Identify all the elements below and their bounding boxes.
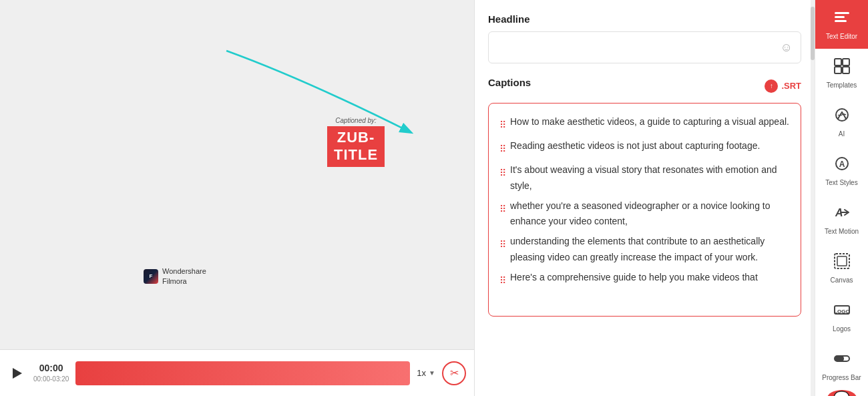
caption-line-1[interactable]: ⠿ How to make aesthetic videos, a guide … bbox=[499, 114, 790, 134]
emoji-button[interactable]: ☺ bbox=[781, 41, 793, 55]
caption-text-4: whether you're a seasoned videographer o… bbox=[510, 198, 790, 230]
headline-input[interactable] bbox=[497, 42, 781, 53]
sidebar-item-text-styles[interactable]: A Text Styles bbox=[815, 146, 868, 195]
caption-text-6: Here's a comprehensive guide to help you… bbox=[510, 270, 758, 286]
headline-input-wrap[interactable]: ☺ bbox=[488, 31, 801, 63]
drag-handle-3[interactable]: ⠿ bbox=[499, 164, 505, 182]
speed-dropdown-arrow: ▼ bbox=[429, 369, 435, 377]
svg-rect-1 bbox=[835, 12, 849, 14]
zub-title-badge: ZUB- TITLE bbox=[327, 126, 385, 167]
captions-label: Captions bbox=[488, 77, 531, 88]
caption-text-1: How to make aesthetic videos, a guide to… bbox=[510, 114, 789, 130]
sidebar-item-logos[interactable]: LOGO Logos bbox=[815, 292, 868, 341]
logos-label: Logos bbox=[833, 325, 851, 333]
svg-rect-7 bbox=[843, 67, 849, 73]
caption-text-5: understanding the elements that contribu… bbox=[510, 234, 790, 266]
progress-track[interactable] bbox=[75, 361, 410, 385]
svg-rect-5 bbox=[843, 59, 849, 65]
ai-label: AI bbox=[839, 130, 845, 138]
svg-rect-4 bbox=[835, 59, 841, 65]
play-icon bbox=[13, 368, 22, 379]
sidebar-item-text-motion[interactable]: A Text Motion bbox=[815, 195, 868, 244]
chat-icon: 💬 bbox=[833, 390, 850, 396]
panel-content: Headline ☺ Captions ↑ .SRT ⠿ How to make… bbox=[475, 0, 815, 396]
right-sidebar: Text Editor Templates AI bbox=[815, 0, 868, 396]
canvas-label: Canvas bbox=[831, 276, 853, 284]
preview-area: Captioned by: ZUB- TITLE F WondershareFi… bbox=[0, 0, 474, 396]
svg-rect-2 bbox=[835, 16, 845, 18]
time-display: 00:00 00:00-03:20 bbox=[33, 362, 69, 385]
drag-handle-2[interactable]: ⠿ bbox=[499, 140, 505, 158]
text-editor-panel: Headline ☺ Captions ↑ .SRT ⠿ How to make… bbox=[474, 0, 815, 396]
sidebar-item-progress-bar[interactable]: Progress Bar bbox=[815, 341, 868, 390]
svg-rect-14 bbox=[837, 256, 847, 266]
play-button[interactable] bbox=[8, 364, 27, 383]
caption-line-3[interactable]: ⠿ It's about weaving a visual story that… bbox=[499, 162, 790, 194]
text-motion-icon: A bbox=[833, 203, 851, 224]
canvas-icon bbox=[833, 252, 851, 273]
svg-rect-3 bbox=[835, 20, 847, 22]
sidebar-item-templates[interactable]: Templates bbox=[815, 49, 868, 97]
templates-icon bbox=[833, 57, 851, 78]
watermark-text: WondershareFilmora bbox=[162, 266, 206, 286]
sidebar-item-text-editor[interactable]: Text Editor bbox=[815, 0, 868, 49]
caption-line-6[interactable]: ⠿ Here's a comprehensive guide to help y… bbox=[499, 270, 790, 290]
caption-line-4[interactable]: ⠿ whether you're a seasoned videographer… bbox=[499, 198, 790, 230]
ai-icon bbox=[833, 106, 851, 127]
drag-handle-1[interactable]: ⠿ bbox=[499, 116, 505, 134]
drag-handle-4[interactable]: ⠿ bbox=[499, 200, 505, 218]
caption-line-5[interactable]: ⠿ understanding the elements that contri… bbox=[499, 234, 790, 266]
captioned-by-label: Captioned by: bbox=[327, 117, 385, 124]
headline-label: Headline bbox=[488, 13, 801, 25]
captions-header: Captions ↑ .SRT bbox=[488, 77, 801, 95]
sidebar-item-ai[interactable]: AI bbox=[815, 97, 868, 146]
sidebar-item-canvas[interactable]: Canvas bbox=[815, 244, 868, 292]
text-editor-icon bbox=[833, 8, 851, 29]
scrollbar-thumb[interactable] bbox=[811, 7, 815, 60]
scrollbar-track[interactable] bbox=[811, 0, 815, 396]
srt-button[interactable]: ↑ .SRT bbox=[765, 79, 801, 93]
canvas: Captioned by: ZUB- TITLE F WondershareFi… bbox=[0, 0, 474, 349]
svg-rect-18 bbox=[835, 356, 844, 361]
text-motion-label: Text Motion bbox=[825, 227, 859, 236]
chat-button[interactable]: 💬 bbox=[827, 390, 857, 396]
progress-bar-label: Progress Bar bbox=[822, 373, 861, 382]
srt-upload-icon: ↑ bbox=[765, 79, 778, 93]
playback-bar: 00:00 00:00-03:20 1x ▼ ✂ bbox=[0, 349, 474, 396]
svg-text:A: A bbox=[839, 160, 845, 169]
logos-icon: LOGO bbox=[833, 301, 851, 322]
caption-line-2[interactable]: ⠿ Reading aesthetic videos is not just a… bbox=[499, 138, 790, 158]
drag-handle-6[interactable]: ⠿ bbox=[499, 271, 505, 290]
caption-text-2: Reading aesthetic videos is not just abo… bbox=[510, 138, 760, 154]
caption-text-3: It's about weaving a visual story that r… bbox=[510, 162, 790, 194]
filmora-icon: F bbox=[144, 269, 158, 284]
svg-rect-6 bbox=[835, 67, 841, 73]
subtitle-card: Captioned by: ZUB- TITLE bbox=[327, 117, 385, 167]
text-styles-icon: A bbox=[833, 154, 851, 176]
speed-control[interactable]: 1x ▼ bbox=[417, 368, 435, 378]
captions-box[interactable]: ⠿ How to make aesthetic videos, a guide … bbox=[488, 103, 801, 317]
svg-text:LOGO: LOGO bbox=[834, 309, 850, 315]
templates-label: Templates bbox=[827, 81, 857, 89]
progress-bar-icon bbox=[833, 349, 851, 371]
drag-handle-5[interactable]: ⠿ bbox=[499, 235, 505, 254]
watermark: F WondershareFilmora bbox=[144, 266, 206, 286]
scissors-button[interactable]: ✂ bbox=[442, 361, 466, 385]
text-editor-label: Text Editor bbox=[826, 32, 857, 41]
text-styles-label: Text Styles bbox=[825, 178, 857, 187]
